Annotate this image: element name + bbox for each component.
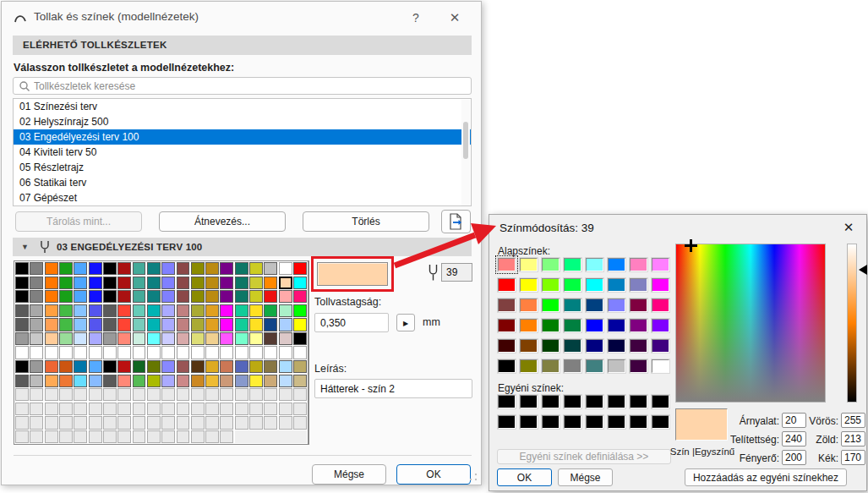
pen-swatch[interactable] bbox=[117, 360, 131, 373]
pen-swatch[interactable] bbox=[45, 304, 58, 317]
basic-color-swatch[interactable] bbox=[542, 299, 560, 312]
pen-swatch[interactable] bbox=[235, 290, 248, 303]
penset-list-item[interactable]: 04 Kiviteli terv 50 bbox=[14, 145, 471, 160]
pen-swatch[interactable] bbox=[89, 277, 102, 289]
pen-swatch[interactable] bbox=[133, 360, 146, 373]
basic-color-swatch[interactable] bbox=[542, 319, 560, 332]
pen-swatch[interactable] bbox=[220, 346, 233, 359]
custom-color-swatch[interactable] bbox=[520, 395, 538, 408]
pen-swatch[interactable] bbox=[147, 375, 161, 387]
pen-swatch[interactable] bbox=[235, 388, 248, 401]
pen-swatch[interactable] bbox=[103, 430, 117, 443]
pen-swatch[interactable] bbox=[117, 332, 131, 345]
basic-color-swatch[interactable] bbox=[520, 258, 538, 271]
custom-color-swatch[interactable] bbox=[542, 395, 560, 408]
pen-swatch[interactable] bbox=[191, 332, 205, 345]
pen-swatch[interactable] bbox=[59, 332, 73, 345]
pen-swatch[interactable] bbox=[191, 290, 205, 303]
help-icon[interactable]: ? bbox=[403, 8, 429, 27]
pen-swatch[interactable] bbox=[177, 304, 190, 317]
pen-swatch[interactable] bbox=[205, 388, 219, 401]
pen-swatch[interactable] bbox=[30, 360, 43, 373]
pen-swatch[interactable] bbox=[264, 403, 277, 415]
pen-swatch[interactable] bbox=[177, 277, 190, 289]
ok-button[interactable]: OK bbox=[497, 468, 552, 486]
pen-swatch[interactable] bbox=[74, 290, 87, 303]
basic-color-swatch[interactable] bbox=[564, 278, 581, 292]
pen-swatch[interactable] bbox=[74, 304, 87, 317]
pen-swatch[interactable] bbox=[205, 304, 219, 317]
pen-swatch[interactable] bbox=[235, 277, 248, 289]
pen-swatch[interactable] bbox=[15, 290, 29, 303]
pen-swatch[interactable] bbox=[103, 375, 117, 387]
custom-color-swatch[interactable] bbox=[586, 415, 603, 429]
pen-swatch[interactable] bbox=[59, 290, 73, 303]
pen-swatch[interactable] bbox=[177, 416, 190, 429]
pen-swatch[interactable] bbox=[45, 403, 58, 415]
pen-weight-flyout-button[interactable]: ▶ bbox=[396, 314, 415, 331]
pen-swatch[interactable] bbox=[220, 388, 233, 401]
pen-swatch[interactable] bbox=[205, 332, 219, 345]
description-input[interactable] bbox=[314, 379, 472, 398]
pen-swatch[interactable] bbox=[249, 262, 263, 275]
luminance-input[interactable] bbox=[782, 450, 806, 465]
pen-swatch[interactable] bbox=[103, 277, 117, 289]
pen-swatch[interactable] bbox=[293, 318, 307, 331]
pen-swatch[interactable] bbox=[264, 262, 277, 275]
pen-swatch[interactable] bbox=[293, 304, 307, 317]
pen-swatch[interactable] bbox=[279, 346, 292, 359]
pen-swatch[interactable] bbox=[147, 304, 161, 317]
pen-swatch[interactable] bbox=[205, 290, 219, 303]
pen-swatch[interactable] bbox=[191, 416, 205, 429]
search-input[interactable] bbox=[34, 78, 465, 94]
pen-swatch[interactable] bbox=[74, 388, 87, 401]
pen-swatch[interactable] bbox=[161, 346, 175, 359]
pen-swatch[interactable] bbox=[117, 375, 131, 387]
pen-swatch[interactable] bbox=[147, 430, 161, 443]
pen-swatch[interactable] bbox=[249, 318, 263, 331]
pen-weight-input[interactable] bbox=[314, 313, 389, 332]
custom-color-swatch[interactable] bbox=[652, 395, 669, 408]
pen-swatch[interactable] bbox=[191, 388, 205, 401]
pen-swatch[interactable] bbox=[15, 304, 29, 317]
pen-swatch[interactable] bbox=[133, 318, 146, 331]
pen-swatch[interactable] bbox=[133, 403, 146, 415]
pen-swatch[interactable] bbox=[235, 332, 248, 345]
pen-swatch[interactable] bbox=[279, 332, 292, 345]
penset-list-item[interactable]: 05 Részletrajz bbox=[14, 160, 471, 175]
list-scrollbar[interactable] bbox=[461, 100, 470, 205]
basic-color-swatch[interactable] bbox=[564, 339, 581, 353]
luminance-slider-arrow[interactable] bbox=[859, 265, 867, 275]
pen-swatch[interactable] bbox=[15, 262, 29, 275]
pen-swatch[interactable] bbox=[30, 388, 43, 401]
pen-swatch[interactable] bbox=[103, 318, 117, 331]
pen-swatch[interactable] bbox=[191, 360, 205, 373]
pen-swatch[interactable] bbox=[89, 346, 102, 359]
pen-swatch[interactable] bbox=[177, 360, 190, 373]
pen-swatch[interactable] bbox=[249, 346, 263, 359]
custom-color-swatch[interactable] bbox=[498, 395, 516, 408]
pen-swatch[interactable] bbox=[191, 304, 205, 317]
pen-swatch[interactable] bbox=[205, 403, 219, 415]
hue-saturation-field[interactable] bbox=[675, 244, 826, 403]
pen-swatch[interactable] bbox=[15, 375, 29, 387]
pen-swatch[interactable] bbox=[191, 375, 205, 387]
pen-swatch[interactable] bbox=[15, 403, 29, 415]
pen-swatch[interactable] bbox=[279, 360, 292, 373]
pen-swatch[interactable] bbox=[220, 375, 233, 387]
pen-swatch[interactable] bbox=[161, 360, 175, 373]
pen-swatch[interactable] bbox=[191, 262, 205, 275]
pen-swatch[interactable] bbox=[103, 262, 117, 275]
pen-swatch[interactable] bbox=[220, 277, 233, 289]
basic-color-swatch[interactable] bbox=[652, 278, 669, 292]
pen-swatch[interactable] bbox=[147, 388, 161, 401]
add-to-custom-colors-button[interactable]: Hozzáadás az egyéni színekhez bbox=[685, 468, 847, 486]
basic-color-swatch[interactable] bbox=[630, 299, 647, 312]
pen-swatch[interactable] bbox=[103, 346, 117, 359]
pen-swatch[interactable] bbox=[89, 388, 102, 401]
pen-swatch[interactable] bbox=[133, 304, 146, 317]
pen-swatch[interactable] bbox=[133, 346, 146, 359]
basic-color-swatch[interactable] bbox=[630, 278, 647, 292]
pen-swatch[interactable] bbox=[279, 375, 292, 387]
pen-swatch[interactable] bbox=[177, 388, 190, 401]
